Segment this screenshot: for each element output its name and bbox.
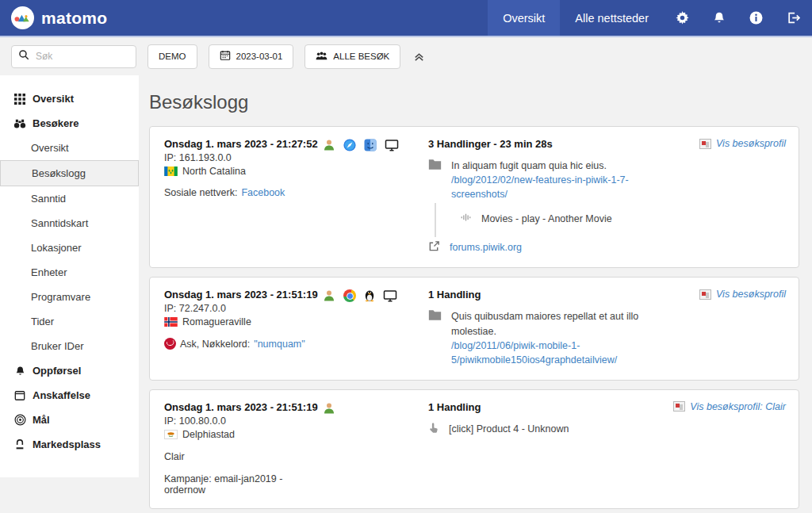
visitor-icon [323,402,335,496]
action-branch: Movies - play - Another Movie [435,203,679,237]
site-selector-button[interactable]: DEMO [147,44,197,69]
sidebar-item-label: Markedsplass [33,438,101,450]
norway-flag-icon [164,317,178,327]
visit-ip: IP: 72.247.0.0 [164,303,323,314]
sidebar-item-besokslogg[interactable]: Besøkslogg [0,160,139,186]
visitor-profile-link[interactable]: Vis besøksprofil [699,289,786,300]
visitor-profile-icon [673,401,685,412]
sidebar-item-besokere[interactable]: Besøkere [0,111,139,136]
site-selector-label: DEMO [159,52,186,61]
bell-icon[interactable] [701,0,737,36]
actions-summary: 3 Handlinger - 23 min 28s [428,138,679,150]
folder-icon [428,159,442,174]
visitor-profile-link[interactable]: Vis besøksprofil: Clair [673,401,786,412]
search-icon [18,49,29,63]
visit-location: North Catalina [182,166,246,177]
grid-icon [13,94,27,105]
brand-name: matomo [41,9,107,28]
ask-search-icon [164,338,176,350]
north-catalina-flag-icon [164,167,178,176]
actions-summary: 1 Handling [428,289,679,301]
pageview-url-link[interactable]: /blog/2011/06/piwik-mobile-1-5/piwikmobi… [451,340,617,366]
sidebar-item-tider[interactable]: Tider [0,309,139,334]
visit-ip: IP: 100.80.0.0 [164,415,323,427]
search-box[interactable] [11,45,136,68]
pageview-title: Quis quibusdam maiores repellat et aut i… [451,309,679,338]
sidebar-item-label: Oversikt [33,93,74,105]
sidebar-item-sanntid[interactable]: Sanntid [0,186,139,211]
collapse-header-icon[interactable] [413,51,425,63]
sidebar-item-oversikt[interactable]: Oversikt [0,86,139,111]
bag-icon [13,438,27,450]
referrer-link[interactable]: Facebook [241,187,285,198]
visitor-icon [323,139,335,255]
sidebar-item-bruker-ider[interactable]: Bruker IDer [0,334,139,358]
sidebar-item-label: Sanntidskart [31,217,88,229]
sidebar-item-oversikt-sub[interactable]: Oversikt [0,136,139,160]
visit-location: Romagueraville [182,316,251,327]
visitor-profile-link[interactable]: Vis besøksprofil [699,138,786,149]
sidebar-item-sanntidskart[interactable]: Sanntidskart [0,211,139,235]
pageview-title: In aliquam fugit quam quia hic eius. [451,159,679,173]
window-icon [13,390,27,401]
visitor-profile-icon [699,139,711,149]
nav-item-oversikt[interactable]: Oversikt [488,0,560,36]
visitor-icon [323,289,335,367]
gear-icon[interactable] [664,0,701,36]
visit-card-1: Onsdag 1. mars 2023 - 21:27:52 IP: 161.1… [149,126,799,268]
search-input[interactable] [34,50,129,63]
sidebar-item-lokasjoner[interactable]: Lokasjoner [0,235,139,260]
sidebar-item-mal[interactable]: Mål [0,408,139,432]
visitor-profile-label: Vis besøksprofil [716,289,786,300]
date-range-button[interactable]: 2023-03-01 [209,44,294,69]
sidebar-item-markedsplass[interactable]: Markedsplass [0,432,139,457]
actions-summary: 1 Handling [428,401,679,413]
toolbar: DEMO 2023-03-01 ALLE BESØK [0,37,812,75]
sidebar-item-label: Besøkslogg [32,167,86,179]
sidebar: Oversikt Besøkere Oversikt Besøkslogg Sa… [0,75,139,477]
main-content: Besøkslogg Onsdag 1. mars 2023 - 21:27:5… [139,75,812,513]
pageview-url-link[interactable]: /blog/2012/02/new-features-in-piwik-1-7-… [451,174,629,200]
top-navbar: matomo Oversikt Alle nettsteder [0,0,812,37]
binoculars-icon [13,118,27,129]
click-hand-icon [428,422,439,438]
nav-item-alle-nettsteder[interactable]: Alle nettsteder [560,0,664,36]
visit-campaign: Kampanje: email-jan2019 - ordernow [164,473,323,496]
matomo-logo[interactable]: matomo [11,6,107,29]
sidebar-item-label: Tider [31,316,54,327]
sidebar-item-anskaffelse[interactable]: Anskaffelse [0,383,139,408]
media-action: Movies - play - Another Movie [481,213,612,224]
outlink[interactable]: forums.piwik.org [450,242,522,253]
visit-card-2: Onsdag 1. mars 2023 - 21:51:19 IP: 72.24… [149,277,799,381]
visit-user: Clair [164,451,185,462]
external-link-icon [428,240,440,255]
segment-selector-label: ALLE BESØK [333,52,389,61]
desktop-icon [383,289,397,367]
sidebar-item-label: Programvare [31,291,90,303]
media-waveform-icon [460,212,472,225]
sidebar-item-oppforsel[interactable]: Oppførsel [0,358,139,383]
sidebar-item-programvare[interactable]: Programvare [0,285,139,309]
info-icon[interactable] [737,0,775,36]
sidebar-item-enheter[interactable]: Enheter [0,260,139,285]
keyword-link[interactable]: "numquam" [254,339,304,350]
sidebar-item-label: Oppførsel [33,365,81,377]
sidebar-item-label: Oversikt [31,142,69,154]
visit-location: Delphiastad [182,429,235,440]
chrome-icon [343,289,356,302]
referrer-label: Ask, Nøkkelord: [180,339,250,350]
sidebar-item-label: Anskaffelse [33,389,90,401]
segment-selector-button[interactable]: ALLE BESØK [304,44,400,69]
sidebar-item-label: Lokasjoner [31,242,82,254]
referrer-label: Sosiale nettverk: [164,187,237,198]
click-action: [click] Product 4 - Unknown [449,422,569,436]
visitor-profile-label: Vis besøksprofil [716,138,786,149]
sidebar-item-label: Sanntid [31,193,66,205]
visit-ip: IP: 161.193.0.0 [164,152,323,163]
date-range-label: 2023-03-01 [236,52,283,61]
sidebar-item-label: Mål [33,414,50,426]
signout-icon[interactable] [775,0,812,36]
cyprus-flag-icon [164,430,178,439]
target-icon [13,414,27,426]
page-title: Besøkslogg [149,91,799,113]
